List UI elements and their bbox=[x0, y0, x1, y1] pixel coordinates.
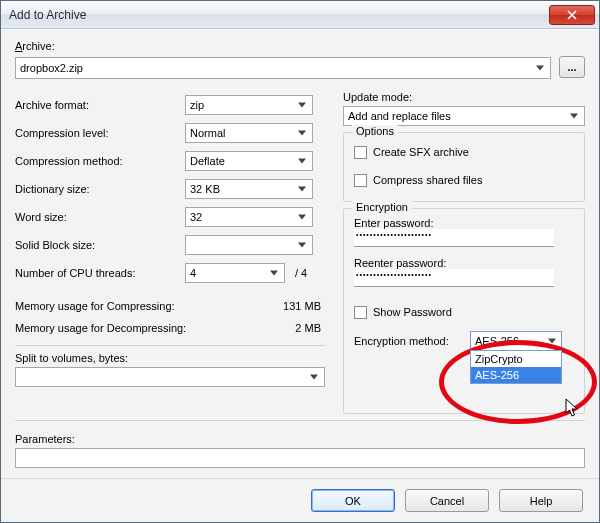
threads-suffix: / 4 bbox=[295, 267, 307, 279]
help-button[interactable]: Help bbox=[499, 489, 583, 512]
close-icon bbox=[567, 10, 577, 20]
browse-label: ... bbox=[567, 61, 576, 73]
parameters-input[interactable] bbox=[15, 448, 585, 468]
dialog-footer: OK Cancel Help bbox=[1, 478, 599, 522]
mem-comp-label: Memory usage for Compressing: bbox=[15, 300, 275, 312]
window-title: Add to Archive bbox=[9, 8, 549, 22]
reenter-pw-mask: •••••••••••••••••••••• bbox=[356, 271, 432, 278]
dict-select[interactable]: 32 KB bbox=[185, 179, 313, 199]
method-select[interactable]: Deflate bbox=[185, 151, 313, 171]
method-value: Deflate bbox=[190, 155, 225, 167]
enter-pw-mask: •••••••••••••••••••••• bbox=[356, 231, 432, 238]
update-value: Add and replace files bbox=[348, 110, 451, 122]
show-pw-checkbox[interactable] bbox=[354, 306, 367, 319]
method-label: Compression method: bbox=[15, 155, 185, 167]
level-select[interactable]: Normal bbox=[185, 123, 313, 143]
mem-comp-value: 131 MB bbox=[275, 300, 325, 312]
parameters-label: Parameters: bbox=[15, 433, 585, 445]
enc-option-zipcrypto[interactable]: ZipCrypto bbox=[471, 351, 561, 367]
ok-button[interactable]: OK bbox=[311, 489, 395, 512]
format-value: zip bbox=[190, 99, 204, 111]
sfx-label: Create SFX archive bbox=[373, 146, 469, 158]
options-title: Options bbox=[352, 125, 398, 137]
format-select[interactable]: zip bbox=[185, 95, 313, 115]
archive-path-value: dropbox2.zip bbox=[20, 62, 83, 74]
help-label: Help bbox=[530, 495, 553, 507]
word-select[interactable]: 32 bbox=[185, 207, 313, 227]
dialog-window: Add to Archive Archive: dropbox2.zip ...… bbox=[0, 0, 600, 523]
mem-decomp-label: Memory usage for Decompressing: bbox=[15, 322, 275, 334]
format-label: Archive format: bbox=[15, 99, 185, 111]
shared-label: Compress shared files bbox=[373, 174, 482, 186]
show-pw-label: Show Password bbox=[373, 306, 452, 318]
options-group: Options Create SFX archive Compress shar… bbox=[343, 132, 585, 202]
enc-method-value: AES-256 bbox=[475, 335, 519, 347]
ok-label: OK bbox=[345, 495, 361, 507]
threads-select[interactable]: 4 bbox=[185, 263, 285, 283]
enc-option-aes256[interactable]: AES-256 bbox=[471, 367, 561, 383]
encryption-title: Encryption bbox=[352, 201, 412, 213]
level-value: Normal bbox=[190, 127, 225, 139]
word-label: Word size: bbox=[15, 211, 185, 223]
sfx-checkbox[interactable] bbox=[354, 146, 367, 159]
archive-label: Archive: bbox=[15, 40, 55, 52]
enc-method-dropdown: ZipCrypto AES-256 bbox=[470, 350, 562, 384]
threads-value: 4 bbox=[190, 267, 196, 279]
cancel-label: Cancel bbox=[430, 495, 464, 507]
archive-section: Archive: dropbox2.zip ... bbox=[15, 40, 585, 79]
close-button[interactable] bbox=[549, 5, 595, 25]
block-label: Solid Block size: bbox=[15, 239, 185, 251]
update-section: Update mode: Add and replace files bbox=[343, 91, 585, 126]
update-label: Update mode: bbox=[343, 91, 585, 103]
shared-checkbox[interactable] bbox=[354, 174, 367, 187]
mem-decomp-value: 2 MB bbox=[275, 322, 325, 334]
update-select[interactable]: Add and replace files bbox=[343, 106, 585, 126]
archive-path-combo[interactable]: dropbox2.zip bbox=[15, 57, 551, 79]
split-label: Split to volumes, bytes: bbox=[15, 352, 325, 364]
level-label: Compression level: bbox=[15, 127, 185, 139]
cursor-icon bbox=[565, 398, 579, 418]
threads-label: Number of CPU threads: bbox=[15, 267, 185, 279]
browse-button[interactable]: ... bbox=[559, 56, 585, 78]
client-area: Archive: dropbox2.zip ... Archive format… bbox=[1, 29, 599, 478]
dict-value: 32 KB bbox=[190, 183, 220, 195]
enc-method-label: Encryption method: bbox=[354, 335, 462, 347]
titlebar: Add to Archive bbox=[1, 1, 599, 29]
word-value: 32 bbox=[190, 211, 202, 223]
enc-method-select[interactable]: AES-256 bbox=[470, 331, 562, 351]
reenter-pw-label: Reenter password: bbox=[354, 257, 574, 269]
reenter-pw-input[interactable]: •••••••••••••••••••••• bbox=[354, 269, 554, 287]
block-select[interactable] bbox=[185, 235, 313, 255]
split-combo[interactable] bbox=[15, 367, 325, 387]
parameters-section: Parameters: bbox=[15, 433, 585, 468]
enter-pw-input[interactable]: •••••••••••••••••••••• bbox=[354, 229, 554, 247]
dict-label: Dictionary size: bbox=[15, 183, 185, 195]
left-column: Archive format: zip Compression level: N… bbox=[15, 91, 325, 414]
cancel-button[interactable]: Cancel bbox=[405, 489, 489, 512]
encryption-group: Encryption Enter password: •••••••••••••… bbox=[343, 208, 585, 414]
enter-pw-label: Enter password: bbox=[354, 217, 574, 229]
right-column: Update mode: Add and replace files Optio… bbox=[343, 91, 585, 414]
